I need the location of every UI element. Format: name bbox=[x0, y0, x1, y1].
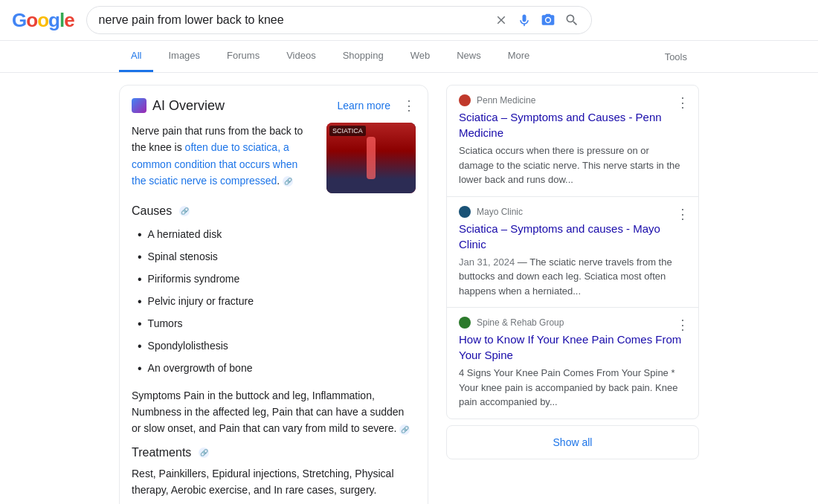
result-3-source-name: Spine & Rehab Group bbox=[477, 317, 564, 328]
ai-star-icon bbox=[132, 98, 146, 113]
search-button[interactable] bbox=[564, 13, 579, 28]
search-bar bbox=[86, 6, 592, 34]
result-2-snippet: Jan 31, 2024 — The sciatic nerve travels… bbox=[459, 255, 686, 299]
cause-2: Spinal stenosis bbox=[138, 246, 416, 268]
right-column: Penn Medicine Sciatica – Symptoms and Ca… bbox=[446, 85, 699, 504]
result-1-source: Penn Medicine bbox=[459, 94, 686, 106]
result-2-source: Mayo Clinic bbox=[459, 206, 686, 218]
search-results-card: Penn Medicine Sciatica – Symptoms and Ca… bbox=[446, 85, 699, 419]
tools-button[interactable]: Tools bbox=[653, 42, 699, 71]
cause-7: An overgrowth of bone bbox=[138, 358, 416, 380]
result-3-more-icon[interactable]: ⋮ bbox=[676, 317, 689, 333]
result-1-snippet: Sciatica occurs when there is pressure o… bbox=[459, 143, 686, 187]
search-input[interactable] bbox=[99, 13, 489, 27]
more-options-icon[interactable]: ⋮ bbox=[402, 97, 416, 114]
result-item-2: Mayo Clinic Sciatica – Symptoms and caus… bbox=[447, 197, 698, 308]
show-all-button[interactable]: Show all bbox=[446, 425, 699, 459]
causes-section: Causes 🔗 A herniated disk Spinal stenosi… bbox=[132, 204, 416, 380]
causes-citation[interactable]: 🔗 bbox=[179, 206, 190, 216]
ai-overview-card: AI Overview Learn more ⋮ Nerve pain that… bbox=[119, 85, 428, 504]
penn-medicine-logo bbox=[459, 94, 471, 106]
mayo-clinic-logo bbox=[459, 206, 471, 218]
ai-overview-title: AI Overview bbox=[152, 98, 225, 114]
search-icon bbox=[564, 13, 579, 28]
spine-highlight bbox=[367, 137, 376, 179]
nav-tabs: All Images Forums Videos Shopping Web Ne… bbox=[0, 41, 818, 73]
tab-all[interactable]: All bbox=[119, 41, 153, 72]
tab-videos[interactable]: Videos bbox=[274, 41, 328, 72]
search-bar-wrapper bbox=[86, 6, 592, 34]
treatments-title: Treatments 🔗 bbox=[132, 446, 416, 459]
cause-5: Tumors bbox=[138, 313, 416, 335]
treatments-title-text: Treatments bbox=[132, 446, 191, 459]
logo-g2: g bbox=[48, 9, 59, 31]
search-icons bbox=[495, 13, 579, 28]
header: Google bbox=[0, 0, 818, 41]
citation-link[interactable]: 🔗 bbox=[283, 176, 293, 187]
cause-3: Piriformis syndrome bbox=[138, 268, 416, 291]
tab-news[interactable]: News bbox=[445, 41, 493, 72]
treatments-citation[interactable]: 🔗 bbox=[199, 448, 209, 458]
causes-title: Causes 🔗 bbox=[132, 204, 416, 218]
ai-image-label: SCIATICA bbox=[329, 126, 366, 136]
tab-web[interactable]: Web bbox=[399, 41, 442, 72]
ai-paragraph-1: Nerve pain that runs from the back to th… bbox=[132, 123, 315, 190]
causes-title-text: Causes bbox=[132, 204, 172, 218]
result-2-source-name: Mayo Clinic bbox=[477, 207, 523, 217]
clear-button[interactable] bbox=[495, 13, 508, 27]
ai-text-area: Nerve pain that runs from the back to th… bbox=[132, 123, 315, 196]
treatments-paragraph: Rest, Painkillers, Epidural injections, … bbox=[132, 465, 416, 499]
tab-forums[interactable]: Forums bbox=[215, 41, 271, 72]
tab-more[interactable]: More bbox=[496, 41, 542, 72]
ai-sciatica-image: SCIATICA bbox=[326, 123, 416, 193]
treatments-section: Treatments 🔗 Rest, Painkillers, Epidural… bbox=[132, 446, 416, 499]
cause-6: Spondylolisthesis bbox=[138, 335, 416, 358]
result-3-snippet: 4 Signs Your Knee Pain Comes From Your S… bbox=[459, 366, 686, 410]
result-2-title[interactable]: Sciatica – Symptoms and causes - Mayo Cl… bbox=[459, 221, 686, 252]
logo-g: G bbox=[12, 9, 26, 31]
result-1-source-name: Penn Medicine bbox=[477, 95, 535, 106]
result-3-title[interactable]: How to Know If Your Knee Pain Comes From… bbox=[459, 332, 686, 363]
result-2-more-icon[interactable]: ⋮ bbox=[676, 206, 689, 222]
result-2-date: Jan 31, 2024 bbox=[459, 256, 515, 268]
ai-overview-label: AI Overview bbox=[132, 98, 225, 114]
symptoms-citation[interactable]: 🔗 bbox=[399, 424, 410, 435]
result-item-1: Penn Medicine Sciatica – Symptoms and Ca… bbox=[447, 85, 698, 197]
image-search-button[interactable] bbox=[541, 13, 555, 28]
left-column: AI Overview Learn more ⋮ Nerve pain that… bbox=[119, 85, 428, 504]
logo-o2: o bbox=[37, 9, 48, 31]
tab-images[interactable]: Images bbox=[156, 41, 212, 72]
symptoms-paragraph: Symptoms Pain in the buttock and leg, In… bbox=[132, 387, 416, 437]
ai-overview-actions: Learn more ⋮ bbox=[337, 97, 416, 114]
ai-overview-header: AI Overview Learn more ⋮ bbox=[132, 97, 416, 114]
causes-list: A herniated disk Spinal stenosis Pirifor… bbox=[132, 224, 416, 380]
result-1-more-icon[interactable]: ⋮ bbox=[676, 94, 689, 111]
main-content: AI Overview Learn more ⋮ Nerve pain that… bbox=[0, 73, 818, 504]
tab-shopping[interactable]: Shopping bbox=[331, 41, 396, 72]
ai-overview-content: Nerve pain that runs from the back to th… bbox=[132, 123, 416, 196]
cause-1: A herniated disk bbox=[138, 224, 416, 246]
ai-para1-end: . bbox=[277, 175, 280, 187]
clear-icon bbox=[495, 13, 508, 27]
logo-e: e bbox=[64, 9, 74, 31]
camera-icon bbox=[541, 13, 555, 28]
learn-more-link[interactable]: Learn more bbox=[337, 100, 390, 112]
voice-search-button[interactable] bbox=[517, 13, 532, 28]
result-3-source: Spine & Rehab Group bbox=[459, 317, 686, 329]
cause-4: Pelvic injury or fracture bbox=[138, 291, 416, 313]
logo-o1: o bbox=[26, 9, 37, 31]
result-1-title[interactable]: Sciatica – Symptoms and Causes - Penn Me… bbox=[459, 109, 686, 140]
result-item-3: Spine & Rehab Group How to Know If Your … bbox=[447, 308, 698, 419]
spine-rehab-logo bbox=[459, 317, 471, 329]
google-logo: Google bbox=[12, 9, 74, 32]
microphone-icon bbox=[517, 13, 532, 28]
